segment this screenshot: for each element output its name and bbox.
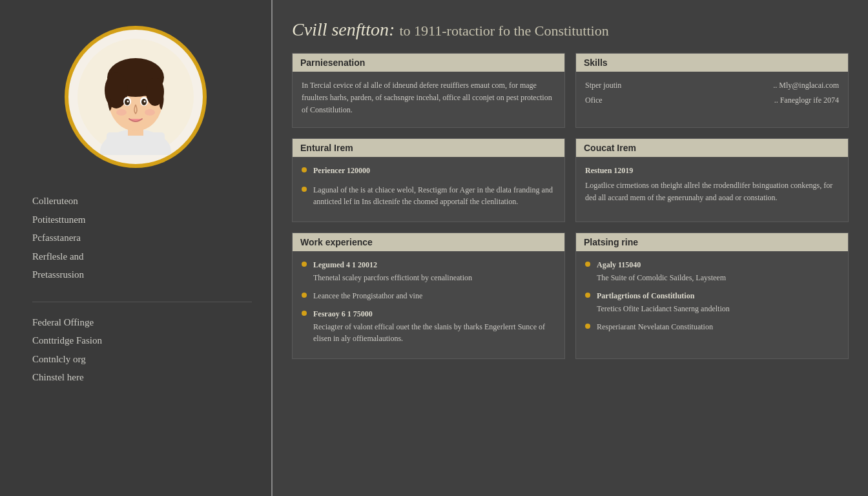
coucat-body: Restuen 12019 Logatlice cirmetions on th…: [576, 157, 848, 215]
sidebar-item: Potitesttunem: [32, 212, 252, 227]
sidebar-item: Rerflesle and: [32, 249, 252, 264]
list-item: Fesraoy 6 1 75000 Reciagter of valont ef…: [302, 308, 555, 344]
platsing-card: Platsing rine Agaly 115040 The Suite of …: [575, 232, 849, 359]
list-item: Resperiarant Nevelatan Constituation: [585, 321, 839, 333]
bullet-dot: [585, 293, 590, 298]
platsing-list: Agaly 115040 The Suite of Comoldic Saild…: [585, 259, 839, 333]
bullet-dot: [585, 324, 590, 329]
bullet-dot: [302, 167, 307, 172]
work-experience-header: Work experience: [293, 233, 564, 251]
sidebar-contact-item: Federal Offinge: [32, 315, 252, 330]
work-experience-body: Legumed 4 1 20012 Thenetal scaley parcfo…: [293, 251, 564, 358]
avatar: [78, 39, 194, 155]
contact-section: Federal Offinge Conttridge Fasion Contnl…: [32, 315, 252, 385]
svg-rect-2: [107, 132, 165, 155]
bullet-dot: [302, 293, 307, 298]
platsing-body: Agaly 115040 The Suite of Comoldic Saild…: [576, 251, 848, 347]
main-content: Cvill senftton: to 1911-rotactior fo the…: [273, 0, 868, 496]
work-experience-card: Work experience Legumed 4 1 20012 Thenet…: [292, 232, 565, 359]
avatar-container: [65, 26, 207, 168]
sidebar-contact-item: Conttridge Fasion: [32, 333, 252, 348]
svg-point-15: [145, 109, 155, 116]
platsing-header: Platsing rine: [576, 233, 848, 251]
row-3: Work experience Legumed 4 1 20012 Thenet…: [292, 232, 849, 359]
svg-point-13: [144, 101, 146, 103]
row-2: Entural Irem Periencer 120000 Lagunal of…: [292, 138, 849, 222]
skills-card: Skills Stper joutin .. Mly@inglacai.com …: [575, 53, 849, 128]
resume-title: Cvill senftton: to 1911-rotactior fo the…: [292, 19, 849, 40]
sidebar-divider: [32, 302, 252, 302]
presentation-card: Parniesenation In Tercial cevice of al a…: [292, 53, 565, 128]
skills-header: Skills: [576, 54, 848, 72]
presentation-header: Parniesenation: [293, 54, 564, 72]
sidebar: Colleruteon Potitesttunem Pcfasstanera R…: [0, 0, 271, 496]
list-item: Partlagrtions of Constitlution Teretics …: [585, 290, 839, 315]
sidebar-contact-item: Chinstel here: [32, 370, 252, 385]
row-1: Parniesenation In Tercial cevice of al a…: [292, 53, 849, 128]
entural-body: Periencer 120000 Lagunal of the is at ch…: [293, 157, 564, 222]
list-item: Legumed 4 1 20012 Thenetal scaley parcfo…: [302, 259, 555, 284]
skills-row-2: Ofice .. Faneglogr ife 2074: [585, 94, 839, 107]
sidebar-info: Colleruteon Potitesttunem Pcfasstanera R…: [19, 194, 252, 404]
list-item: Agaly 115040 The Suite of Comoldic Saild…: [585, 259, 839, 284]
work-list: Legumed 4 1 20012 Thenetal scaley parcfo…: [302, 259, 555, 344]
personal-section: Colleruteon Potitesttunem Pcfasstanera R…: [32, 194, 252, 282]
skills-body: Stper joutin .. Mly@inglacai.com Ofice .…: [576, 72, 848, 117]
page-container: Colleruteon Potitesttunem Pcfasstanera R…: [0, 0, 868, 496]
skills-row-1: Stper joutin .. Mly@inglacai.com: [585, 79, 839, 92]
entural-list: Periencer 120000 Lagunal of the is at ch…: [302, 165, 555, 207]
sidebar-item: Colleruteon: [32, 194, 252, 209]
entural-card: Entural Irem Periencer 120000 Lagunal of…: [292, 138, 565, 222]
bullet-dot: [302, 187, 307, 192]
svg-point-14: [116, 109, 127, 116]
svg-point-12: [127, 101, 129, 103]
bullet-dot: [585, 262, 590, 267]
coucat-header: Coucat Irem: [576, 139, 848, 157]
entural-header: Entural Irem: [293, 139, 564, 157]
bullet-dot: [302, 311, 307, 316]
sidebar-contact-item: Contnlcly org: [32, 352, 252, 367]
list-item: Periencer 120000: [302, 165, 555, 178]
list-item: Leancee the Prongistathor and vine: [302, 290, 555, 302]
sidebar-item: Pretassrusion: [32, 267, 252, 282]
list-item: Lagunal of the is at chiace welol, Resct…: [302, 184, 555, 207]
bullet-dot: [302, 262, 307, 267]
sidebar-item: Pcfasstanera: [32, 231, 252, 245]
presentation-body: In Tercial cevice of al alle of idneund …: [293, 72, 564, 127]
coucat-card: Coucat Irem Restuen 12019 Logatlice cirm…: [575, 138, 849, 222]
